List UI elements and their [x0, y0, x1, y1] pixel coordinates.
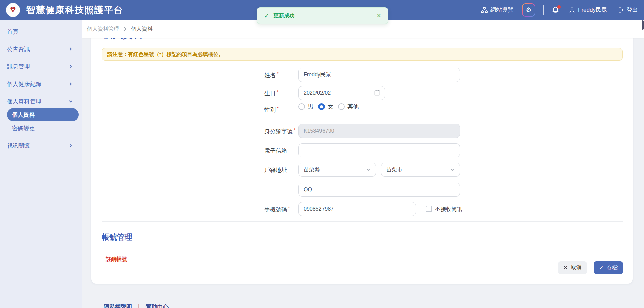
check-icon: ✓ — [599, 265, 604, 271]
name-input[interactable] — [298, 68, 460, 82]
scrollbar-thumb[interactable] — [642, 20, 644, 30]
logout-button[interactable]: 登出 — [617, 6, 638, 14]
sidebar-item-video-care[interactable]: 視訊關懷 — [0, 137, 82, 154]
site-nav-button[interactable]: 網站導覽 — [481, 6, 513, 14]
chevron-down-icon — [450, 167, 455, 172]
radio-male-label[interactable]: 男 — [308, 103, 313, 110]
account-section-title: 帳號管理 — [102, 232, 132, 242]
required-asterisk: * — [277, 105, 279, 111]
sidebar-item-label: 個人健康紀錄 — [7, 80, 41, 88]
county-value: 苗栗縣 — [304, 166, 320, 173]
cancel-button[interactable]: ✕ 取消 — [558, 261, 587, 274]
district-value: 苗栗市 — [386, 166, 402, 173]
sidebar-item-label: 首頁 — [7, 28, 18, 36]
breadcrumb-separator-icon — [123, 27, 127, 31]
close-icon: ✕ — [563, 265, 568, 271]
gender-label: 性別* — [264, 106, 279, 114]
radio-female-label[interactable]: 女 — [328, 103, 333, 110]
county-select[interactable]: 苗栗縣 — [298, 163, 376, 177]
sidebar-item-label: 個人資料 — [12, 111, 35, 119]
breadcrumb-parent[interactable]: 個人資料管理 — [87, 25, 119, 33]
sidebar-item-personal-profile-active[interactable]: 個人資料 — [7, 108, 79, 121]
person-icon — [569, 7, 575, 13]
id-number-input — [298, 124, 460, 138]
profile-card: 個人資料 ? 請注意：有紅色星號（*）標記的項目為必填欄位。 姓名* 生日* — [91, 21, 633, 284]
deactivate-account-link[interactable]: 註銷帳號 — [106, 256, 127, 263]
email-label: 電子信箱 — [264, 147, 287, 155]
notifications-button[interactable] — [552, 6, 559, 14]
sidebar-item-home[interactable]: 首頁 — [0, 23, 82, 40]
logout-icon — [617, 7, 624, 13]
notice-text: 請注意：有紅色星號（*）標記的項目為必填欄位。 — [107, 51, 224, 58]
required-asterisk: * — [277, 71, 279, 76]
sidebar-item-messages[interactable]: 訊息管理 — [0, 58, 82, 75]
required-asterisk: * — [294, 127, 296, 133]
site-nav-label: 網站導覽 — [490, 6, 513, 14]
phone-input[interactable] — [298, 202, 416, 216]
name-label: 姓名* — [264, 71, 279, 79]
chevron-right-icon — [69, 47, 73, 51]
required-asterisk: * — [288, 205, 290, 211]
success-toast: ✓ 更新成功 × — [257, 7, 388, 24]
sidebar-item-label: 公告資訊 — [7, 45, 30, 53]
close-icon[interactable]: × — [377, 12, 381, 19]
radio-other[interactable] — [338, 103, 345, 110]
help-center-link[interactable]: 幫助中心 — [146, 303, 169, 308]
chevron-right-icon — [69, 144, 73, 148]
chevron-right-icon — [69, 64, 73, 68]
no-sms-label[interactable]: 不接收簡訊 — [435, 206, 462, 213]
address-detail-input[interactable] — [298, 183, 460, 197]
notification-badge — [557, 5, 561, 9]
radio-other-label[interactable]: 其他 — [347, 103, 359, 110]
header-actions: 網站導覽 ⚙ — [481, 3, 638, 17]
section-divider — [102, 221, 623, 222]
sidebar-item-profile-management[interactable]: 個人資料管理 — [0, 93, 82, 110]
toast-message: 更新成功 — [273, 12, 295, 19]
sidebar-item-label: 視訊關懷 — [7, 142, 30, 150]
footer-links: 隱私權聲明 ｜ 幫助中心 — [104, 303, 169, 308]
sidebar-item-label: 訊息管理 — [7, 63, 30, 70]
sidebar-item-change-password[interactable]: 密碼變更 — [7, 121, 79, 135]
app-window: ♥ + 智慧健康科技照護平台 網站導覽 ⚙ — [0, 0, 644, 308]
district-select[interactable]: 苗栗市 — [381, 163, 460, 177]
sidebar: 首頁 公告資訊 訊息管理 個人健康紀錄 個人資料管理 個人資料 密碼變更 — [0, 20, 82, 308]
phone-label: 手機號碼* — [264, 206, 290, 213]
breadcrumb-current: 個人資料 — [131, 25, 153, 33]
settings-button[interactable]: ⚙ — [522, 3, 535, 17]
brand-logo-icon: ♥ + — [6, 3, 20, 17]
sidebar-item-health-records[interactable]: 個人健康紀錄 — [0, 75, 82, 93]
gender-radio-group: 男 女 其他 — [298, 103, 359, 110]
logout-label: 登出 — [627, 6, 638, 14]
sidebar-item-label: 個人資料管理 — [7, 98, 41, 105]
gear-icon: ⚙ — [523, 4, 535, 16]
address-label: 戶籍地址 — [264, 166, 287, 174]
sitemap-icon — [481, 7, 488, 13]
required-asterisk: * — [277, 89, 279, 95]
no-sms-checkbox[interactable] — [426, 206, 432, 212]
chevron-down-icon — [366, 167, 371, 172]
birthday-input[interactable] — [298, 86, 385, 100]
app-title: 智慧健康科技照護平台 — [26, 4, 123, 16]
main-content: 個人資料管理 個人資料 個人資料 ? 請注意：有紅色星號（*）標記的項目為必填欄… — [82, 20, 644, 308]
radio-male[interactable] — [298, 103, 305, 110]
required-fields-notice: 請注意：有紅色星號（*）標記的項目為必填欄位。 — [102, 48, 623, 61]
chevron-down-icon — [69, 99, 73, 103]
email-input[interactable] — [298, 143, 460, 157]
footer-divider: ｜ — [136, 303, 142, 308]
save-button[interactable]: ✓ 存檔 — [594, 261, 623, 274]
sidebar-item-announcements[interactable]: 公告資訊 — [0, 40, 82, 58]
radio-female-checked[interactable] — [318, 103, 325, 110]
cross-icon: + — [12, 7, 14, 12]
check-icon: ✓ — [264, 12, 269, 20]
header-divider — [543, 5, 544, 15]
form-actions: ✕ 取消 ✓ 存檔 — [558, 261, 623, 274]
calendar-icon[interactable] — [374, 89, 381, 96]
birthday-label: 生日* — [264, 90, 279, 97]
chevron-right-icon — [69, 82, 73, 86]
user-name: Freddy民眾 — [578, 6, 607, 14]
privacy-link[interactable]: 隱私權聲明 — [104, 303, 132, 308]
user-menu-button[interactable]: Freddy民眾 — [569, 6, 607, 14]
id-number-label: 身分證字號* — [264, 127, 296, 135]
sidebar-item-label: 密碼變更 — [12, 124, 35, 132]
